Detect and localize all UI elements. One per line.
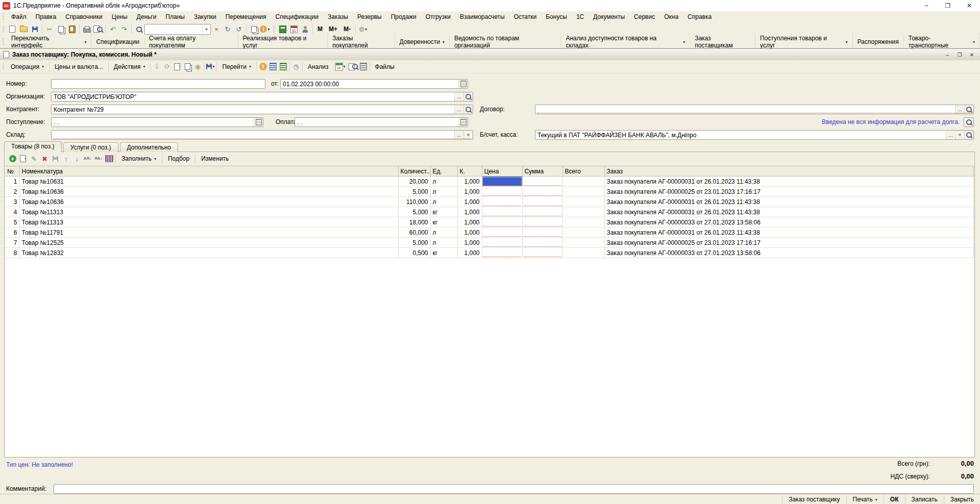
table-row[interactable]: 6 Товар №11791 60,000 л 1,000 Заказ поку… — [5, 228, 974, 238]
col-unit[interactable]: Ед. — [430, 166, 457, 177]
menu-reserves[interactable]: Резервы — [353, 12, 386, 22]
chevron-down-icon[interactable]: ▾ — [202, 25, 210, 34]
maximize-icon[interactable]: ❒ — [937, 1, 959, 11]
cell-unit[interactable]: л — [430, 177, 457, 187]
supplier-order-button[interactable]: Заказ поставщикам — [690, 33, 755, 51]
toolbar-grip[interactable] — [3, 38, 4, 45]
cell-unit[interactable]: кг — [430, 217, 457, 228]
menu-service[interactable]: Сервис — [629, 12, 659, 22]
cell-total[interactable] — [562, 238, 604, 248]
col-total[interactable]: Всего — [562, 166, 604, 177]
goods-statement-button[interactable]: Ведомость по товарам организаций — [450, 33, 561, 51]
calendar-picker-icon[interactable] — [254, 118, 263, 127]
ok-button[interactable]: ОК — [884, 495, 905, 504]
cell-coefficient[interactable]: 1,000 — [457, 187, 482, 197]
select-ellipsis-icon[interactable]: ... — [454, 92, 463, 101]
warehouse-field[interactable]: ... × — [51, 130, 473, 140]
account-field[interactable]: Текущий в ПАТ "РАЙФФАЙЗЕН БАНК АВАЛЬ", м… — [535, 130, 974, 140]
cell-nomenclature[interactable]: Товар №12832 — [19, 248, 398, 258]
add-copy-icon[interactable]: + — [172, 62, 182, 72]
table-row[interactable]: 4 Товар №11313 5,000 кг 1,000 Заказ поку… — [5, 207, 974, 217]
help-icon[interactable] — [258, 62, 268, 72]
toolbar-grip[interactable] — [3, 63, 4, 70]
cell-unit[interactable]: л — [430, 187, 457, 197]
cell-coefficient[interactable]: 1,000 — [457, 217, 482, 228]
cell-quantity[interactable]: 5,000 — [398, 207, 430, 217]
cell-sum[interactable] — [522, 217, 562, 228]
cell-nomenclature[interactable]: Товар №10631 — [19, 177, 398, 187]
menu-edit[interactable]: Правка — [31, 12, 61, 22]
cell-unit[interactable]: л — [430, 238, 457, 248]
cell-price[interactable] — [482, 238, 522, 248]
cell-order[interactable]: Заказ покупателя АГ-00000031 от 26.01.20… — [604, 228, 974, 238]
menu-bonuses[interactable]: Бонусы — [541, 12, 572, 22]
tab-services[interactable]: Услуги (0 поз.) — [63, 142, 118, 152]
fill-button[interactable]: Заполнить▾ — [117, 154, 161, 164]
cell-total[interactable] — [562, 207, 604, 217]
minimize-icon[interactable]: – — [916, 1, 937, 11]
menu-windows[interactable]: Окна — [659, 12, 683, 22]
cell-total[interactable] — [562, 248, 604, 258]
cell-order[interactable]: Заказ покупателя АГ-00000033 от 27.01.20… — [604, 217, 974, 228]
find-icon[interactable] — [133, 23, 144, 35]
select-ellipsis-icon[interactable]: ... — [454, 131, 463, 139]
menu-catalogs[interactable]: Справочники — [61, 12, 107, 22]
dispositions-button[interactable]: Распоряжения — [853, 37, 904, 47]
table-row[interactable]: 5 Товар №11313 18,000 кг 1,000 Заказ пок… — [5, 217, 974, 228]
col-price[interactable]: Цена — [482, 166, 522, 177]
contractor-field[interactable]: Контрагент №729 ... — [51, 105, 473, 114]
operation-button[interactable]: Операция▾ — [7, 62, 48, 72]
add-copy-row-icon[interactable]: + — [18, 154, 29, 164]
menu-documents[interactable]: Документы — [589, 12, 629, 22]
open-magnifier-icon[interactable] — [463, 105, 473, 114]
menu-specifications[interactable]: Спецификации — [271, 12, 323, 22]
col-nomenclature[interactable]: Номенклатура — [19, 166, 398, 177]
receipt-field[interactable]: . . — [51, 117, 263, 127]
col-num[interactable]: № — [5, 166, 19, 177]
date-field[interactable]: 01.02.2023 00:00:00 — [280, 79, 468, 89]
cell-quantity[interactable]: 60,000 — [398, 228, 430, 238]
cell-sum[interactable] — [522, 187, 562, 197]
cell-unit[interactable]: кг — [430, 207, 457, 217]
col-sum[interactable]: Сумма — [522, 166, 562, 177]
sales-goods-button[interactable]: Реализация товаров и услуг — [238, 33, 328, 51]
memory-recall-button[interactable]: М — [314, 24, 326, 34]
cell-unit[interactable]: л — [430, 228, 457, 238]
open-magnifier-icon[interactable] — [964, 131, 973, 139]
menu-help[interactable]: Справка — [683, 12, 716, 22]
memory-add-button[interactable]: М+ — [326, 24, 340, 34]
cell-coefficient[interactable]: 1,000 — [457, 177, 482, 187]
menu-money[interactable]: Деньги — [132, 12, 161, 22]
cell-order[interactable]: Заказ покупателя АГ-00000031 от 26.01.20… — [604, 207, 974, 217]
add-row-icon[interactable] — [7, 154, 18, 164]
open-magnifier-icon[interactable] — [964, 118, 973, 127]
cell-nomenclature[interactable]: Товар №11313 — [19, 217, 398, 228]
specifications-button[interactable]: Спецификации — [91, 37, 144, 47]
cell-total[interactable] — [562, 177, 604, 187]
cell-nomenclature[interactable]: Товар №12525 — [19, 238, 398, 248]
toolbar-grip[interactable] — [273, 26, 275, 33]
xml-export-icon[interactable]: ▾ — [335, 62, 346, 72]
export-icon[interactable]: ▾ — [205, 62, 215, 72]
select-ellipsis-icon[interactable]: ... — [946, 131, 955, 139]
number-field[interactable] — [51, 79, 265, 89]
tab-goods[interactable]: Товары (8 поз.) — [4, 141, 62, 152]
cell-quantity[interactable]: 5,000 — [398, 187, 430, 197]
organization-field[interactable]: ТОВ "АГРОДИСТРИБ'ЮТОР" ... — [51, 92, 473, 102]
cell-sum[interactable] — [522, 238, 562, 248]
cell-coefficient[interactable]: 1,000 — [457, 197, 482, 207]
cell-quantity[interactable]: 110,000 — [398, 197, 430, 207]
col-quantity[interactable]: Количест... — [398, 166, 430, 177]
cell-price[interactable] — [482, 187, 522, 197]
powers-of-attorney-button[interactable]: Доверенности▾ — [395, 37, 450, 47]
goto-button[interactable]: Перейти▾ — [218, 62, 255, 72]
calendar-picker-icon[interactable] — [458, 80, 468, 88]
invoices-button[interactable]: Счета на оплату покупателям — [144, 33, 238, 51]
end-edit-icon[interactable] — [50, 154, 61, 164]
menu-prices[interactable]: Цены — [107, 12, 132, 22]
post-document-icon[interactable]: ⇩ — [152, 62, 162, 72]
table-row[interactable]: 1 Товар №10631 20,000 л 1,000 Заказ поку… — [5, 177, 974, 187]
print-preview-icon[interactable] — [92, 23, 104, 35]
clear-icon[interactable]: × — [955, 131, 964, 139]
open-magnifier-icon[interactable] — [964, 105, 973, 114]
